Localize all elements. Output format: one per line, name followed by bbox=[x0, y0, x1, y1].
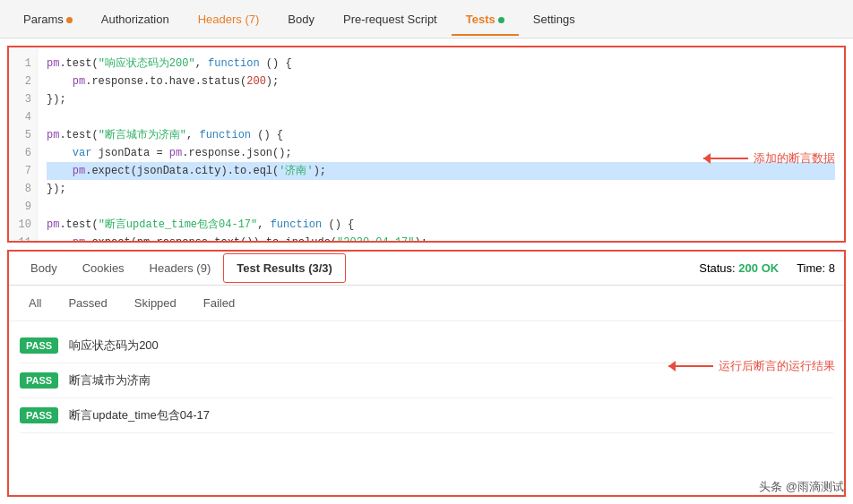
tests-dot bbox=[498, 17, 504, 23]
tab-params[interactable]: Params bbox=[9, 4, 87, 35]
code-line-10: pm.test("断言update_time包含04-17", function… bbox=[47, 216, 835, 234]
annotation-assertion: 添加的断言数据 bbox=[703, 150, 835, 167]
tab-headers[interactable]: Headers (7) bbox=[184, 4, 274, 35]
tab-settings[interactable]: Settings bbox=[519, 4, 590, 35]
status-value: 200 OK bbox=[738, 261, 779, 275]
line-num-9: 9 bbox=[14, 198, 31, 216]
main-content: 1 2 3 4 5 6 7 8 9 10 11 12 pm.test("响应状态… bbox=[0, 38, 853, 504]
annotation-result: 运行后断言的运行结果 bbox=[668, 358, 835, 374]
pass-badge-1: PASS bbox=[20, 337, 58, 354]
test-results-list: PASS 响应状态码为200 PASS 断言城市为济南 PASS 断言updat… bbox=[9, 321, 844, 495]
resp-tab-cookies[interactable]: Cookies bbox=[70, 254, 137, 282]
params-dot bbox=[66, 17, 73, 23]
filter-skipped[interactable]: Skipped bbox=[125, 293, 185, 313]
annotation-text-2: 运行后断言的运行结果 bbox=[719, 358, 835, 374]
annotation-arrow-1 bbox=[703, 158, 748, 159]
tab-authorization[interactable]: Authorization bbox=[87, 4, 184, 35]
line-num-2: 2 bbox=[14, 73, 31, 90]
line-num-4: 4 bbox=[14, 108, 31, 126]
code-line-5: pm.test("断言城市为济南", function () { bbox=[47, 126, 835, 144]
code-line-11: pm.expect(pm.response.text()).to.include… bbox=[47, 234, 835, 241]
filter-failed[interactable]: Failed bbox=[194, 293, 244, 313]
code-line-1: pm.test("响应状态码为200", function () { bbox=[47, 55, 835, 73]
code-line-3: }); bbox=[47, 90, 835, 108]
tab-prerequest[interactable]: Pre-request Script bbox=[329, 4, 452, 35]
test-name-2: 断言城市为济南 bbox=[69, 372, 151, 389]
resp-tab-body[interactable]: Body bbox=[18, 254, 70, 282]
filter-all[interactable]: All bbox=[20, 293, 50, 313]
code-line-2: pm.response.to.have.status(200); bbox=[47, 73, 835, 90]
response-tab-bar: Body Cookies Headers (9) Test Results (3… bbox=[9, 252, 844, 286]
tab-tests[interactable]: Tests bbox=[452, 4, 519, 35]
line-num-1: 1 bbox=[14, 55, 31, 73]
app-wrapper: Params Authorization Headers (7) Body Pr… bbox=[0, 0, 853, 504]
filter-passed[interactable]: Passed bbox=[59, 293, 116, 313]
pass-badge-2: PASS bbox=[20, 372, 58, 389]
status-bar: Status: 200 OK Time: 8 bbox=[699, 261, 835, 275]
test-name-3: 断言update_time包含04-17 bbox=[69, 407, 210, 423]
resp-tab-headers[interactable]: Headers (9) bbox=[137, 254, 224, 282]
line-num-11: 11 bbox=[14, 234, 31, 243]
test-result-3: PASS 断言update_time包含04-17 bbox=[20, 398, 833, 433]
watermark: 头条 @雨滴测试 bbox=[759, 479, 844, 495]
code-editor: 1 2 3 4 5 6 7 8 9 10 11 12 pm.test("响应状态… bbox=[9, 47, 844, 241]
top-tab-bar: Params Authorization Headers (7) Body Pr… bbox=[0, 0, 853, 38]
line-num-10: 10 bbox=[14, 216, 31, 234]
code-line-9 bbox=[47, 198, 835, 216]
test-name-1: 响应状态码为200 bbox=[69, 337, 159, 354]
resp-tab-testresults[interactable]: Test Results (3/3) bbox=[223, 253, 346, 283]
filter-tab-bar: All Passed Skipped Failed bbox=[9, 286, 844, 321]
code-lines[interactable]: pm.test("响应状态码为200", function () { pm.re… bbox=[38, 47, 844, 241]
pass-badge-3: PASS bbox=[20, 407, 58, 423]
line-num-7: 7 bbox=[14, 162, 31, 180]
line-num-6: 6 bbox=[14, 144, 31, 162]
time-label: Time: 8 bbox=[797, 261, 835, 275]
annotation-arrow-2 bbox=[668, 365, 713, 367]
code-editor-section: 1 2 3 4 5 6 7 8 9 10 11 12 pm.test("响应状态… bbox=[7, 46, 846, 243]
line-numbers: 1 2 3 4 5 6 7 8 9 10 11 12 bbox=[9, 47, 38, 241]
line-num-8: 8 bbox=[14, 180, 31, 198]
status-label: Status: 200 OK bbox=[699, 261, 779, 275]
annotation-text-1: 添加的断言数据 bbox=[754, 150, 835, 167]
line-num-5: 5 bbox=[14, 126, 31, 144]
code-line-8: }); bbox=[47, 180, 835, 198]
line-num-3: 3 bbox=[14, 90, 31, 108]
code-line-4 bbox=[47, 108, 835, 126]
tab-body[interactable]: Body bbox=[273, 4, 329, 35]
